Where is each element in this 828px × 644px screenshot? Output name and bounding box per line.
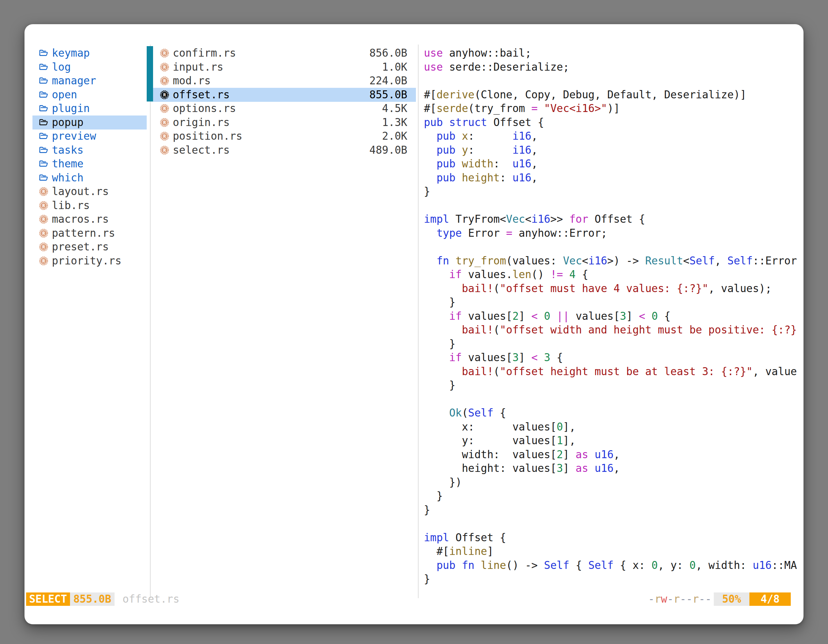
rust-icon: R bbox=[160, 104, 169, 113]
sidebar-item-label: layout.rs bbox=[52, 185, 109, 199]
code-line: impl TryFrom<Vec<i16>> for Offset { bbox=[424, 212, 803, 226]
code-line: bail!("offset height must be at least 3:… bbox=[424, 365, 803, 379]
file-name: confirm.rs bbox=[173, 46, 236, 60]
sidebar-item-pattern-rs[interactable]: Rpattern.rs bbox=[33, 226, 147, 240]
code-line: pub fn line() -> Self { Self { x: 0, y: … bbox=[424, 558, 803, 572]
rust-icon: R bbox=[160, 49, 169, 58]
sidebar-item-layout-rs[interactable]: Rlayout.rs bbox=[33, 185, 147, 199]
code-line: impl Offset { bbox=[424, 531, 803, 545]
scroll-percent-badge: 50% bbox=[714, 592, 750, 606]
code-line: #[inline] bbox=[424, 544, 803, 558]
rust-icon: R bbox=[160, 132, 169, 141]
code-line: height: values[3] as u16, bbox=[424, 461, 803, 475]
desktop-background: { "sidebar": { "items": [ {"label":"keym… bbox=[0, 0, 828, 644]
sidebar-item-label: priority.rs bbox=[52, 254, 122, 268]
rust-icon: R bbox=[160, 63, 169, 72]
sidebar-item-label: preview bbox=[52, 129, 96, 143]
sidebar-item-lib-rs[interactable]: Rlib.rs bbox=[33, 199, 147, 213]
sidebar-item-manager[interactable]: manager bbox=[33, 74, 147, 88]
sidebar-item-plugin[interactable]: plugin bbox=[33, 102, 147, 116]
svg-text:R: R bbox=[163, 78, 166, 83]
file-row-position-rs[interactable]: Rposition.rs2.0K bbox=[153, 129, 416, 143]
sidebar-item-preset-rs[interactable]: Rpreset.rs bbox=[33, 240, 147, 254]
code-line: } bbox=[424, 489, 803, 503]
code-line: width: values[2] as u16, bbox=[424, 448, 803, 462]
file-size: 1.3K bbox=[382, 116, 407, 130]
code-line: #[serde(try_from = "Vec<i16>")] bbox=[424, 102, 803, 116]
sidebar-item-keymap[interactable]: keymap bbox=[33, 46, 147, 60]
code-line: } bbox=[424, 337, 803, 351]
code-line: use anyhow::bail; bbox=[424, 46, 803, 60]
code-line bbox=[424, 240, 803, 254]
file-size: 855.0B bbox=[369, 88, 407, 102]
sidebar-item-label: plugin bbox=[52, 102, 90, 116]
code-line: pub y: i16, bbox=[424, 143, 803, 157]
svg-text:R: R bbox=[163, 134, 166, 139]
sidebar-item-tasks[interactable]: tasks bbox=[33, 143, 147, 157]
file-row-offset-rs[interactable]: Roffset.rs855.0B bbox=[153, 88, 416, 102]
permissions-text: -rw-r--r-- bbox=[648, 592, 715, 606]
folder-open-icon bbox=[39, 49, 49, 58]
rust-icon: R bbox=[39, 242, 49, 252]
code-line: pub x: i16, bbox=[424, 129, 803, 143]
rust-icon: R bbox=[160, 76, 169, 86]
sidebar-item-label: open bbox=[52, 88, 77, 102]
rust-icon: R bbox=[160, 90, 169, 100]
folder-open-icon bbox=[39, 90, 49, 100]
sidebar-item-which[interactable]: which bbox=[33, 171, 147, 185]
file-size: 224.0B bbox=[369, 74, 407, 88]
sidebar-item-macros-rs[interactable]: Rmacros.rs bbox=[33, 212, 147, 226]
file-name: input.rs bbox=[173, 60, 223, 74]
sidebar-item-label: lib.rs bbox=[52, 199, 90, 213]
sidebar-item-label: log bbox=[52, 60, 71, 74]
code-line: x: values[0], bbox=[424, 420, 803, 434]
hovered-file-name: offset.rs bbox=[122, 592, 282, 606]
file-row-options-rs[interactable]: Roptions.rs4.5K bbox=[153, 102, 416, 116]
file-row-confirm-rs[interactable]: Rconfirm.rs856.0B bbox=[153, 46, 416, 60]
sidebar-item-label: macros.rs bbox=[52, 212, 109, 226]
file-name: select.rs bbox=[173, 143, 230, 157]
code-line: y: values[1], bbox=[424, 434, 803, 448]
code-line bbox=[424, 517, 803, 531]
pane-separator-right bbox=[418, 45, 419, 598]
code-line: if values[3] < 3 { bbox=[424, 351, 803, 365]
file-row-mod-rs[interactable]: Rmod.rs224.0B bbox=[153, 74, 416, 88]
sidebar-item-preview[interactable]: preview bbox=[33, 129, 147, 143]
code-line bbox=[424, 392, 803, 406]
folder-open-icon bbox=[39, 159, 49, 169]
file-size: 856.0B bbox=[369, 46, 407, 60]
sidebar-item-log[interactable]: log bbox=[33, 60, 147, 74]
sidebar-item-popup[interactable]: popup bbox=[33, 116, 147, 130]
svg-text:R: R bbox=[42, 244, 45, 249]
scroll-indicator bbox=[147, 46, 153, 102]
sidebar-item-label: which bbox=[52, 171, 83, 185]
sidebar-item-label: popup bbox=[52, 116, 83, 130]
folder-open-icon bbox=[39, 76, 49, 86]
mode-badge: SELECT bbox=[26, 592, 70, 606]
preview-pane: use anyhow::bail;use serde::Deserialize;… bbox=[424, 46, 803, 594]
file-row-input-rs[interactable]: Rinput.rs1.0K bbox=[153, 60, 416, 74]
code-line: }) bbox=[424, 475, 803, 489]
svg-text:R: R bbox=[42, 259, 45, 263]
svg-text:R: R bbox=[42, 231, 45, 236]
code-line: fn try_from(values: Vec<i16>) -> Result<… bbox=[424, 254, 803, 268]
sidebar-item-theme[interactable]: theme bbox=[33, 157, 147, 171]
svg-text:R: R bbox=[42, 189, 45, 194]
sidebar-item-open[interactable]: open bbox=[33, 88, 147, 102]
code-line: } bbox=[424, 378, 803, 392]
svg-text:R: R bbox=[42, 217, 45, 222]
file-name: position.rs bbox=[173, 129, 243, 143]
file-row-select-rs[interactable]: Rselect.rs489.0B bbox=[153, 143, 416, 157]
file-row-origin-rs[interactable]: Rorigin.rs1.3K bbox=[153, 116, 416, 130]
code-line: #[derive(Clone, Copy, Debug, Default, De… bbox=[424, 88, 803, 102]
file-size: 489.0B bbox=[369, 143, 407, 157]
file-size-badge: 855.0B bbox=[70, 592, 114, 606]
folder-open-icon bbox=[39, 146, 49, 155]
svg-text:R: R bbox=[163, 147, 166, 153]
sidebar-item-priority-rs[interactable]: Rpriority.rs bbox=[33, 254, 147, 268]
sidebar-item-label: theme bbox=[52, 157, 83, 171]
file-size: 4.5K bbox=[382, 102, 407, 116]
file-size: 1.0K bbox=[382, 60, 407, 74]
code-line: use serde::Deserialize; bbox=[424, 60, 803, 74]
rust-icon: R bbox=[39, 201, 49, 210]
